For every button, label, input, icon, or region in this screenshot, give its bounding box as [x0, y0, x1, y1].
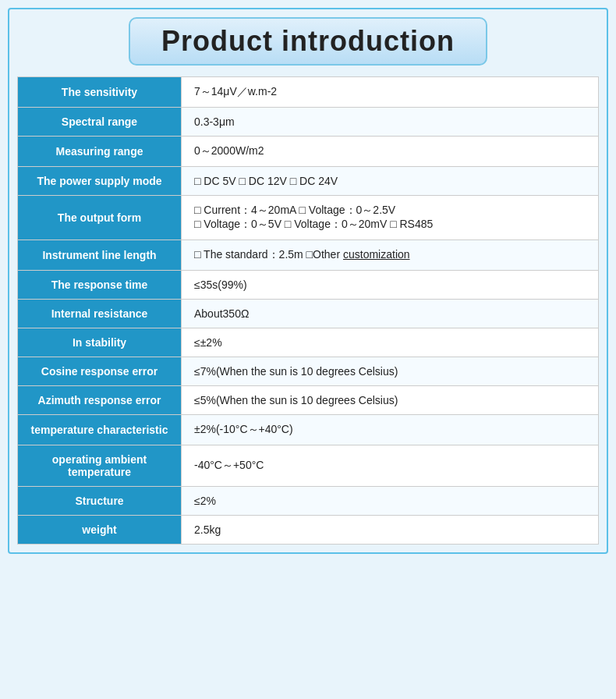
table-row: Measuring range0～2000W/m2 [18, 137, 599, 167]
label-cell-11: temperature characteristic [18, 415, 182, 445]
value-cell-3: □ DC 5V □ DC 12V □ DC 24V [182, 167, 599, 196]
table-row: weight2.5kg [18, 516, 599, 545]
table-row: The power supply mode□ DC 5V □ DC 12V □ … [18, 167, 599, 196]
value-line: □ Current：4～20mA □ Voltage：0～2.5V [194, 204, 586, 218]
specs-table: The sensitivity7～14μV／w.m-2Spectral rang… [17, 76, 599, 545]
title-container: Product introduction [17, 17, 599, 66]
value-cell-2: 0～2000W/m2 [182, 137, 599, 167]
value-cell-14: 2.5kg [182, 516, 599, 545]
value-cell-5: □ The standard：2.5m □Other customization [182, 240, 599, 271]
table-row: The response time≤35s(99%) [18, 271, 599, 300]
page-title: Product introduction [161, 25, 455, 58]
value-cell-6: ≤35s(99%) [182, 271, 599, 300]
table-row: Spectral range0.3-3μm [18, 108, 599, 137]
value-cell-11: ±2%(-10°C～+40°C) [182, 415, 599, 445]
value-cell-10: ≤5%(When the sun is 10 degrees Celsius) [182, 386, 599, 415]
label-cell-14: weight [18, 516, 182, 545]
value-cell-1: 0.3-3μm [182, 108, 599, 137]
table-row: The sensitivity7～14μV／w.m-2 [18, 77, 599, 108]
value-cell-4: □ Current：4～20mA □ Voltage：0～2.5V□ Volta… [182, 196, 599, 240]
table-row: operating ambient temperature-40°C～+50°C [18, 445, 599, 487]
label-cell-6: The response time [18, 271, 182, 300]
label-cell-10: Azimuth response error [18, 386, 182, 415]
label-cell-13: Structure [18, 487, 182, 516]
value-line: □ Voltage：0～5V □ Voltage：0～20mV □ RS485 [194, 218, 586, 232]
label-cell-12: operating ambient temperature [18, 445, 182, 487]
table-row: In stability≤±2% [18, 328, 599, 357]
label-cell-7: Internal resistance [18, 300, 182, 328]
table-row: temperature characteristic±2%(-10°C～+40°… [18, 415, 599, 445]
label-cell-9: Cosine response error [18, 357, 182, 386]
table-row: Instrument line length□ The standard：2.5… [18, 240, 599, 271]
table-row: The output form□ Current：4～20mA □ Voltag… [18, 196, 599, 240]
value-cell-13: ≤2% [182, 487, 599, 516]
label-cell-0: The sensitivity [18, 77, 182, 108]
table-row: Cosine response error≤7%(When the sun is… [18, 357, 599, 386]
table-wrapper: NiuBoL NiuB NiuBoL NiuB The sensitivity7… [17, 76, 599, 545]
label-cell-2: Measuring range [18, 137, 182, 167]
label-cell-4: The output form [18, 196, 182, 240]
table-row: Structure≤2% [18, 487, 599, 516]
label-cell-1: Spectral range [18, 108, 182, 137]
value-cell-8: ≤±2% [182, 328, 599, 357]
table-row: Internal resistanceAbout350Ω [18, 300, 599, 328]
page-wrapper: Product introduction NiuBoL NiuB NiuBoL … [8, 8, 608, 554]
table-row: Azimuth response error≤5%(When the sun i… [18, 386, 599, 415]
value-cell-0: 7～14μV／w.m-2 [182, 77, 599, 108]
value-cell-12: -40°C～+50°C [182, 445, 599, 487]
label-cell-8: In stability [18, 328, 182, 357]
value-cell-7: About350Ω [182, 300, 599, 328]
title-box: Product introduction [129, 17, 487, 66]
label-cell-5: Instrument line length [18, 240, 182, 271]
label-cell-3: The power supply mode [18, 167, 182, 196]
value-cell-9: ≤7%(When the sun is 10 degrees Celsius) [182, 357, 599, 386]
